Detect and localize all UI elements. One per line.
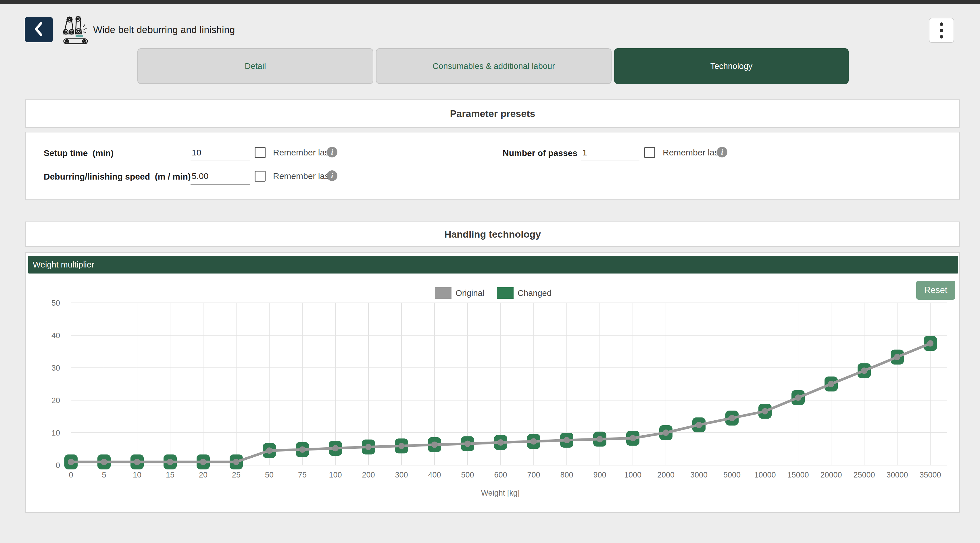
svg-text:30000: 30000	[886, 471, 908, 479]
svg-text:20000: 20000	[820, 471, 842, 479]
parameter-fields-card: Setup time (min) Remember last i Deburri…	[25, 132, 960, 200]
parameter-presets-card: Parameter presets	[25, 99, 960, 128]
svg-text:5000: 5000	[723, 471, 741, 479]
passes-remember-label: Remember last	[663, 146, 721, 159]
svg-text:Weight [kg]: Weight [kg]	[481, 489, 520, 497]
wide-belt-sander-icon	[60, 16, 92, 44]
back-button[interactable]	[25, 17, 53, 42]
speed-input[interactable]	[191, 169, 250, 185]
window-top-strip	[0, 0, 980, 4]
svg-text:10: 10	[133, 471, 142, 479]
svg-text:50: 50	[265, 471, 274, 479]
svg-text:30: 30	[51, 364, 60, 372]
svg-text:40: 40	[51, 331, 60, 340]
svg-text:0: 0	[56, 461, 60, 470]
weight-multiplier-card: Weight multiplier Reset OriginalChanged …	[25, 252, 960, 513]
svg-text:25: 25	[232, 471, 240, 479]
tab-detail[interactable]: Detail	[137, 48, 373, 84]
passes-input[interactable]	[581, 145, 640, 161]
setup-time-info-icon[interactable]: i	[327, 147, 337, 157]
svg-text:10: 10	[51, 429, 60, 437]
svg-text:1000: 1000	[624, 471, 641, 479]
svg-text:100: 100	[329, 471, 342, 479]
svg-text:700: 700	[527, 471, 540, 479]
chevron-left-icon	[32, 21, 46, 39]
setup-time-label: Setup time (min)	[44, 144, 113, 162]
speed-info-icon[interactable]: i	[327, 170, 337, 181]
svg-text:75: 75	[298, 471, 307, 479]
svg-text:15000: 15000	[787, 471, 809, 479]
passes-info-icon[interactable]: i	[717, 147, 727, 157]
svg-text:50: 50	[51, 299, 60, 307]
svg-text:5: 5	[102, 471, 106, 479]
svg-text:900: 900	[593, 471, 606, 479]
setup-time-remember-checkbox[interactable]	[255, 147, 266, 158]
kebab-menu-button[interactable]	[929, 18, 954, 43]
passes-label: Number of passes	[503, 144, 578, 162]
parameter-presets-title: Parameter presets	[26, 100, 959, 127]
svg-text:800: 800	[560, 471, 573, 479]
app-window: Wide belt deburring and linishing Detail…	[0, 0, 980, 543]
svg-text:200: 200	[362, 471, 375, 479]
svg-text:35000: 35000	[920, 471, 941, 479]
svg-text:15: 15	[166, 471, 175, 479]
weight-multiplier-chart[interactable]: 0102030405005101520255075100200300400500…	[26, 253, 961, 513]
svg-text:300: 300	[395, 471, 408, 479]
svg-text:400: 400	[428, 471, 441, 479]
tab-technology[interactable]: Technology	[614, 48, 849, 84]
setup-time-input[interactable]	[191, 145, 250, 161]
setup-time-remember-label: Remember last	[273, 146, 331, 159]
handling-technology-title: Handling technology	[26, 222, 959, 246]
speed-label: Deburring/linishing speed (m / min)	[44, 168, 191, 185]
svg-text:20: 20	[51, 396, 60, 405]
handling-technology-card: Handling technology	[25, 222, 960, 247]
svg-text:600: 600	[494, 471, 507, 479]
svg-text:0: 0	[69, 471, 73, 479]
svg-text:20: 20	[199, 471, 207, 479]
page-title: Wide belt deburring and linishing	[93, 17, 235, 42]
speed-remember-checkbox[interactable]	[255, 171, 266, 182]
speed-remember-label: Remember last	[273, 170, 331, 183]
tab-consumables[interactable]: Consumables & additional labour	[376, 48, 612, 84]
passes-remember-checkbox[interactable]	[644, 147, 655, 158]
svg-text:2000: 2000	[657, 471, 675, 479]
svg-text:3000: 3000	[690, 471, 708, 479]
kebab-menu-icon	[940, 22, 943, 26]
svg-text:25000: 25000	[853, 471, 875, 479]
svg-text:10000: 10000	[754, 471, 776, 479]
svg-text:500: 500	[461, 471, 474, 479]
